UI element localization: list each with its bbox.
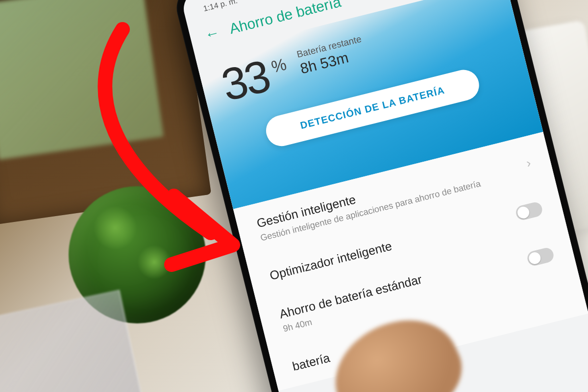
toggle-switch[interactable]: [514, 201, 544, 221]
window-frame: [0, 0, 211, 225]
window-pane: [0, 0, 164, 160]
back-arrow-icon[interactable]: ←: [203, 24, 221, 43]
toggle-switch[interactable]: [526, 246, 555, 267]
desk-clear-box: [0, 290, 142, 392]
status-bar-time: 1:14 p. m.: [202, 0, 238, 13]
percent-sign: %: [270, 54, 289, 76]
battery-percent-value: 33: [217, 53, 273, 108]
photo-scene: 1:14 p. m. ← Ahorro de batería 33 % Bate…: [0, 0, 588, 392]
